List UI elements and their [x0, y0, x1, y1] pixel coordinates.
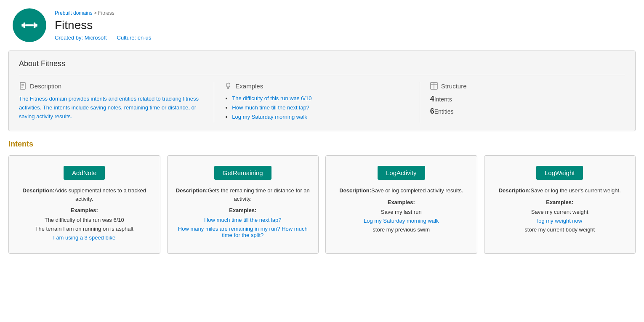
intent-examples-list: Save my last runLog my Saturday morning …: [364, 209, 439, 235]
header: Prebuilt domains > Fitness Fitness Creat…: [0, 0, 644, 51]
intents-grid: AddNoteDescription:Adds supplemental not…: [8, 155, 636, 254]
intent-description: Description:Save or log the user's curre…: [499, 186, 621, 195]
intent-badge-logweight: LogWeight: [536, 166, 583, 180]
table-icon: [430, 82, 438, 90]
intent-description: Description:Gets the remaining time or d…: [174, 186, 312, 203]
svg-rect-4: [25, 24, 34, 26]
intent-example-item: How much time till the next lap?: [174, 217, 312, 223]
svg-point-9: [226, 83, 230, 87]
intent-description: Description:Adds supplemental notes to a…: [16, 186, 153, 203]
examples-list: The difficulty of this run was 6/10 How …: [224, 95, 409, 120]
intent-card-logactivity: LogActivityDescription:Save or log compl…: [325, 155, 477, 254]
example-3[interactable]: Log my Saturday morning walk: [232, 114, 307, 120]
header-info: Prebuilt domains > Fitness Fitness Creat…: [55, 10, 151, 41]
examples-col-label: Examples: [235, 82, 263, 90]
description-header: Description: [19, 82, 204, 90]
examples-col: Examples The difficulty of this run was …: [214, 82, 419, 122]
breadcrumb: Prebuilt domains > Fitness: [55, 10, 151, 16]
intent-example-item: I am using a 3 speed bike: [35, 234, 133, 241]
intent-example-item: store my previous swim: [364, 226, 439, 233]
intent-card-addnote: AddNoteDescription:Adds supplemental not…: [8, 155, 160, 254]
breadcrumb-link[interactable]: Prebuilt domains: [55, 10, 92, 16]
intent-example-item: Save my last run: [364, 209, 439, 215]
intent-example-item: store my current body weight: [524, 226, 595, 233]
structure-col-label: Structure: [441, 82, 467, 90]
examples-label: Examples:: [71, 207, 98, 213]
created-by: Created by: Microsoft: [55, 35, 107, 41]
intents-title: Intents: [8, 140, 636, 149]
about-title: About Fitness: [19, 59, 625, 68]
intent-example-item: How many miles are remaining in my run? …: [174, 226, 312, 238]
meta-row: Created by: Microsoft Culture: en-us: [55, 35, 151, 41]
description-col-label: Description: [30, 82, 61, 90]
intent-description: Description:Save or log completed activi…: [339, 186, 463, 195]
intent-examples-list: The difficulty of this run was 6/10The t…: [35, 217, 133, 243]
intent-badge-addnote: AddNote: [64, 166, 105, 180]
examples-header: Examples: [224, 82, 409, 90]
intent-card-getremaining: GetRemainingDescription:Gets the remaini…: [167, 155, 319, 254]
document-icon: [19, 82, 27, 90]
app-logo: [13, 8, 46, 42]
about-box: About Fitness Description The Fitness do…: [8, 51, 636, 131]
intent-card-logweight: LogWeightDescription:Save or log the use…: [484, 155, 636, 254]
culture: Culture: en-us: [117, 35, 152, 41]
examples-label: Examples:: [546, 199, 573, 205]
structure-header: Structure: [430, 82, 615, 90]
intent-badge-getremaining: GetRemaining: [214, 166, 271, 180]
breadcrumb-current: Fitness: [98, 10, 114, 16]
example-2[interactable]: How much time till the next lap?: [232, 104, 309, 111]
examples-label: Examples:: [229, 207, 256, 213]
intent-examples-list: Save my current weightlog my weight nows…: [524, 209, 595, 235]
intent-example-item: log my weight now: [524, 218, 595, 224]
lightbulb-icon: [224, 82, 232, 90]
intents-section: Intents AddNoteDescription:Adds suppleme…: [0, 140, 644, 254]
breadcrumb-separator: >: [94, 10, 98, 16]
description-text: The Fitness domain provides intents and …: [19, 95, 204, 121]
description-col: Description The Fitness domain provides …: [19, 82, 214, 122]
intent-example-item: The terrain I am on running on is asphal…: [35, 226, 133, 232]
svg-rect-3: [34, 22, 35, 28]
structure-col: Structure 4Intents 6Entities: [420, 82, 625, 122]
about-columns: Description The Fitness domain provides …: [19, 75, 625, 122]
app-title: Fitness: [55, 19, 151, 32]
intent-examples-list: How much time till the next lap?How many…: [174, 217, 312, 241]
svg-rect-2: [24, 22, 25, 28]
intents-count-row: 4Intents: [430, 95, 615, 104]
example-1[interactable]: The difficulty of this run was 6/10: [232, 95, 311, 101]
intent-example-item: Save my current weight: [524, 209, 595, 215]
intent-badge-logactivity: LogActivity: [378, 166, 425, 180]
entities-count-row: 6Entities: [430, 107, 615, 116]
examples-label: Examples:: [388, 199, 415, 205]
intent-example-item: Log my Saturday morning walk: [364, 218, 439, 224]
intent-example-item: The difficulty of this run was 6/10: [35, 217, 133, 223]
